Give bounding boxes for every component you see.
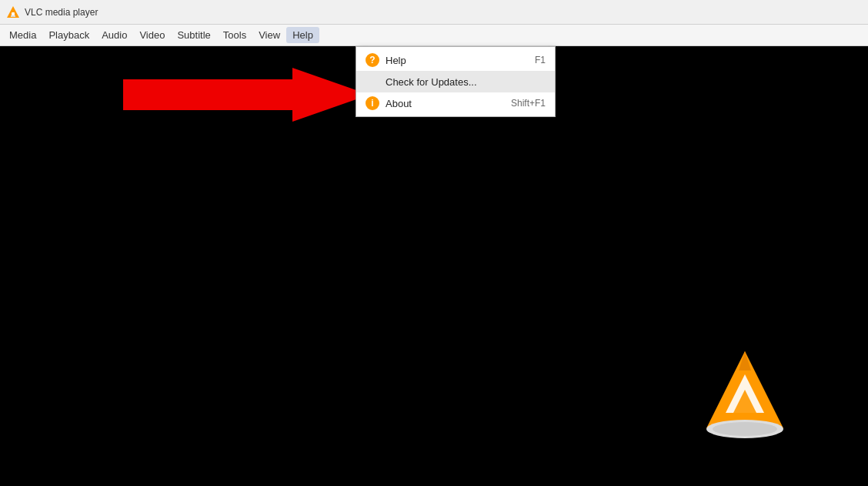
menu-item-help[interactable]: ? Help F1 bbox=[356, 49, 555, 71]
menu-item-about[interactable]: i About Shift+F1 bbox=[356, 92, 555, 114]
menu-video[interactable]: Video bbox=[133, 27, 171, 43]
help-label: Help bbox=[386, 55, 529, 66]
question-icon: ? bbox=[366, 53, 379, 67]
svg-rect-2 bbox=[11, 15, 15, 17]
svg-point-8 bbox=[713, 422, 777, 436]
vlc-title-icon bbox=[6, 5, 20, 19]
menu-view[interactable]: View bbox=[252, 27, 286, 43]
about-shortcut: Shift+F1 bbox=[511, 98, 546, 109]
menu-playback[interactable]: Playback bbox=[42, 27, 95, 43]
menu-help[interactable]: Help bbox=[286, 27, 319, 43]
help-shortcut: F1 bbox=[535, 55, 546, 65]
menu-bar: Media Playback Audio Video Subtitle Tool… bbox=[0, 25, 868, 46]
about-label: About bbox=[386, 98, 505, 109]
menu-item-check-updates[interactable]: Check for Updates... bbox=[356, 71, 555, 92]
window-title: VLC media player bbox=[25, 7, 98, 18]
title-bar: VLC media player bbox=[0, 0, 868, 25]
vlc-logo bbox=[699, 347, 791, 440]
menu-audio[interactable]: Audio bbox=[95, 27, 133, 43]
menu-subtitle[interactable]: Subtitle bbox=[171, 27, 216, 43]
menu-tools[interactable]: Tools bbox=[217, 27, 252, 43]
help-dropdown-menu: ? Help F1 Check for Updates... i About S… bbox=[356, 46, 556, 117]
svg-marker-3 bbox=[123, 68, 369, 122]
menu-media[interactable]: Media bbox=[3, 27, 42, 43]
info-icon: i bbox=[366, 96, 379, 110]
arrow-indicator bbox=[123, 68, 369, 122]
updates-icon bbox=[366, 75, 379, 89]
check-updates-label: Check for Updates... bbox=[386, 76, 539, 88]
